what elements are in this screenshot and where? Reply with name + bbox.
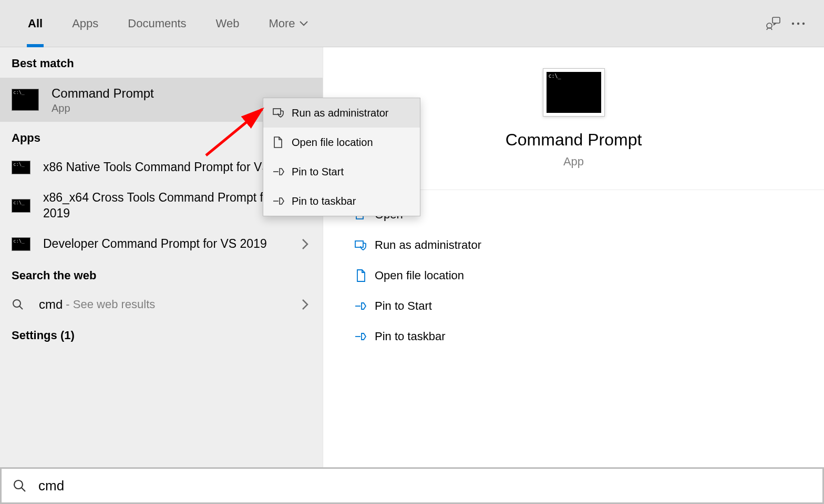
section-web: Search the web (0, 259, 323, 290)
svg-rect-7 (355, 241, 363, 247)
chevron-right-icon[interactable] (300, 299, 311, 310)
result-title: x86_x64 Cross Tools Command Prompt for V… (43, 190, 300, 222)
search-filter-tabs: All Apps Documents Web More (0, 0, 824, 47)
action-label: Pin to Start (375, 299, 432, 313)
tab-web[interactable]: Web (201, 0, 254, 47)
web-hint: - See web results (66, 298, 155, 311)
search-icon (12, 298, 30, 311)
app-thumbnail-icon (543, 68, 605, 117)
action-label: Open file location (375, 269, 464, 282)
pin-icon (347, 301, 375, 311)
tab-all[interactable]: All (13, 0, 57, 47)
shield-icon (273, 107, 292, 119)
action-run-admin[interactable]: Run as administrator (347, 230, 824, 260)
more-options-icon[interactable] (786, 11, 811, 36)
action-label: Run as administrator (375, 238, 481, 252)
svg-rect-8 (273, 109, 281, 114)
search-bar (0, 467, 824, 504)
svg-point-3 (797, 22, 799, 24)
ctx-label: Run as administrator (292, 107, 389, 119)
chevron-right-icon[interactable] (300, 238, 311, 250)
pin-icon (273, 196, 292, 206)
svg-rect-1 (772, 17, 780, 23)
result-title: Developer Command Prompt for VS 2019 (43, 236, 300, 252)
context-menu: Run as administrator Open file location … (263, 98, 420, 216)
tab-more-label: More (269, 17, 295, 30)
ctx-label: Pin to Start (292, 166, 344, 178)
tab-documents[interactable]: Documents (113, 0, 201, 47)
action-open-location[interactable]: Open file location (347, 260, 824, 291)
action-pin-taskbar[interactable]: Pin to taskbar (347, 321, 824, 352)
ctx-pin-taskbar[interactable]: Pin to taskbar (263, 186, 420, 216)
result-web-cmd[interactable]: cmd - See web results (0, 290, 323, 319)
folder-icon (347, 269, 375, 282)
web-query: cmd (39, 297, 63, 312)
ctx-label: Open file location (292, 136, 373, 149)
folder-icon (273, 136, 292, 149)
pin-icon (347, 331, 375, 342)
result-app-2[interactable]: Developer Command Prompt for VS 2019 (0, 229, 323, 259)
svg-point-5 (13, 300, 20, 307)
cmd-icon (12, 199, 30, 213)
section-best-match: Best match (0, 47, 323, 78)
ctx-pin-start[interactable]: Pin to Start (263, 157, 420, 186)
ctx-open-location[interactable]: Open file location (263, 128, 420, 157)
ctx-run-admin[interactable]: Run as administrator (263, 98, 420, 128)
search-icon (12, 478, 27, 493)
cmd-icon (12, 89, 39, 111)
chevron-down-icon (300, 21, 308, 26)
svg-point-2 (792, 22, 794, 24)
section-settings: Settings (1) (0, 319, 323, 350)
tab-apps[interactable]: Apps (57, 0, 113, 47)
feedback-icon[interactable] (760, 11, 786, 36)
shield-icon (347, 239, 375, 251)
action-label: Pin to taskbar (375, 330, 446, 343)
search-input[interactable] (38, 478, 812, 494)
cmd-icon (12, 161, 30, 174)
ctx-label: Pin to taskbar (292, 195, 356, 207)
svg-point-10 (14, 480, 23, 489)
svg-point-4 (802, 22, 805, 24)
action-pin-start[interactable]: Pin to Start (347, 291, 824, 321)
pin-icon (273, 167, 292, 176)
cmd-icon (12, 237, 30, 251)
tab-more[interactable]: More (254, 0, 322, 47)
